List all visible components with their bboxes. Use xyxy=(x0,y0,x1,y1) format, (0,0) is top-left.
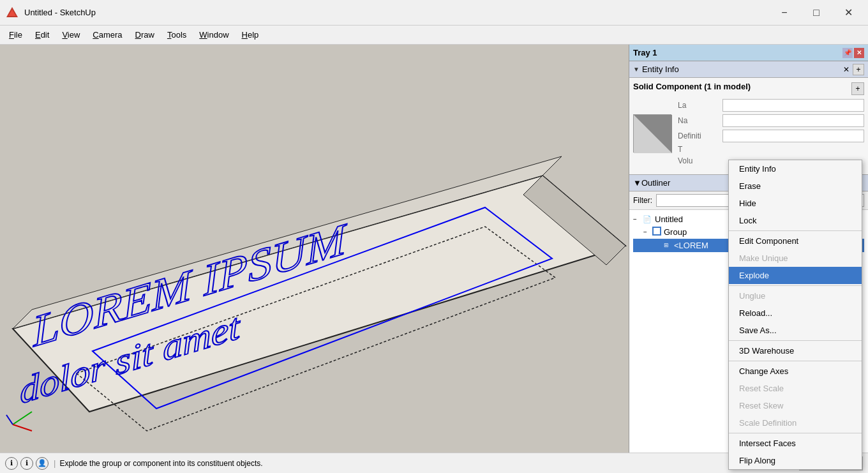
title-bar: Untitled - SketchUp − □ ✕ xyxy=(0,0,868,26)
definition-input[interactable] xyxy=(722,130,864,142)
group-icon xyxy=(652,227,661,237)
ctx-scale-definition[interactable]: Scale Definition xyxy=(729,414,862,432)
tree-root-label: Untitled xyxy=(655,214,683,224)
menu-view[interactable]: View xyxy=(56,27,86,42)
svg-rect-15 xyxy=(653,227,661,235)
ctx-intersect-faces[interactable]: Intersect Faces xyxy=(729,435,862,452)
ctx-separator-4 xyxy=(729,361,862,361)
entity-info-title: Entity Info xyxy=(642,64,841,74)
ctx-save-as[interactable]: Save As... xyxy=(729,322,862,339)
ctx-unglue[interactable]: Unglue xyxy=(729,287,862,304)
main-layout: LOREM IPSUM dolor sit amet Tray 1 📌 ✕ ▼ … xyxy=(0,45,868,453)
minimize-button[interactable]: − xyxy=(770,3,799,23)
ctx-separator-5 xyxy=(729,433,862,433)
root-icon: 📄 xyxy=(642,214,652,224)
tree-group-label: Group xyxy=(664,227,687,237)
app-icon xyxy=(5,6,19,20)
entity-detail-row: La Na Definiti T Volu xyxy=(633,99,864,168)
layer-label: La xyxy=(678,101,722,110)
menu-edit[interactable]: Edit xyxy=(29,27,56,42)
ctx-make-unique[interactable]: Make Unique xyxy=(729,250,862,267)
window-controls: − □ ✕ xyxy=(770,3,863,23)
name-label: Na xyxy=(678,116,722,125)
viewport[interactable]: LOREM IPSUM dolor sit amet xyxy=(0,45,629,453)
volume-label: Volu xyxy=(678,156,722,165)
ctx-explode[interactable]: Explode xyxy=(729,267,862,284)
ctx-flip-along[interactable]: Flip Along xyxy=(729,452,862,469)
status-separator: | xyxy=(54,458,56,468)
type-label: T xyxy=(678,145,722,154)
ctx-reset-skew[interactable]: Reset Skew xyxy=(729,397,862,414)
entity-fields: La Na Definiti T Volu xyxy=(678,99,864,168)
filter-label: Filter: xyxy=(633,196,652,205)
menu-help[interactable]: Help xyxy=(236,27,266,42)
name-input[interactable] xyxy=(722,114,864,127)
ctx-lock[interactable]: Lock xyxy=(729,212,862,229)
tray-controls: 📌 ✕ xyxy=(842,48,864,58)
ctx-reload[interactable]: Reload... xyxy=(729,304,862,322)
ctx-3d-warehouse[interactable]: 3D Warehouse xyxy=(729,342,862,359)
status-icons: ℹ ℹ 👤 xyxy=(5,457,49,470)
entity-info-add-button[interactable]: + xyxy=(851,82,864,95)
ctx-erase[interactable]: Erase xyxy=(729,177,862,195)
outliner-collapse-icon: ▼ xyxy=(633,178,641,188)
ctx-separator-2 xyxy=(729,285,862,286)
definition-field-row: Definiti xyxy=(678,130,864,142)
group-expand-icon[interactable]: − xyxy=(643,229,652,236)
svg-text:⊞: ⊞ xyxy=(664,242,669,248)
menu-file[interactable]: File xyxy=(3,27,29,42)
maximize-button[interactable]: □ xyxy=(802,3,831,23)
menu-window[interactable]: Window xyxy=(193,27,235,42)
app-title: Untitled - SketchUp xyxy=(24,8,770,17)
solid-component-title: Solid Component (1 in model) xyxy=(633,82,751,91)
tray-pin-button[interactable]: 📌 xyxy=(842,48,853,58)
entity-info-panel-header: ▼ Entity Info ✕ + xyxy=(629,61,868,78)
ctx-reset-scale[interactable]: Reset Scale xyxy=(729,380,862,397)
menu-draw[interactable]: Draw xyxy=(129,27,161,42)
close-button[interactable]: ✕ xyxy=(834,3,863,23)
menu-bar: File Edit View Camera Draw Tools Window … xyxy=(0,26,868,45)
tray-title: Tray 1 xyxy=(633,48,842,57)
root-expand-icon[interactable]: − xyxy=(633,216,642,223)
entity-info-expand-button[interactable]: + xyxy=(853,64,864,75)
definition-label: Definiti xyxy=(678,131,722,140)
name-field-row: Na xyxy=(678,114,864,127)
menu-tools[interactable]: Tools xyxy=(161,27,193,42)
component-icon: ⊞ xyxy=(662,240,671,251)
ctx-entity-info[interactable]: Entity Info xyxy=(729,160,862,177)
menu-camera[interactable]: Camera xyxy=(86,27,128,42)
ctx-separator-3 xyxy=(729,340,862,341)
layer-field-row: La xyxy=(678,99,864,112)
type-field-row: T xyxy=(678,145,864,154)
ctx-change-axes[interactable]: Change Axes xyxy=(729,363,862,380)
tray-close-button[interactable]: ✕ xyxy=(854,48,864,58)
ctx-edit-component[interactable]: Edit Component xyxy=(729,232,862,250)
status-icon-geo[interactable]: ℹ xyxy=(20,457,33,470)
ctx-hide[interactable]: Hide xyxy=(729,195,862,212)
tray-header: Tray 1 📌 ✕ xyxy=(629,45,868,61)
status-icon-user[interactable]: 👤 xyxy=(36,457,49,470)
tree-component-label: <LOREM xyxy=(674,241,708,250)
status-text: Explode the group or component into its … xyxy=(59,459,743,468)
entity-info-collapse-icon: ▼ xyxy=(633,66,640,73)
entity-thumbnail xyxy=(633,114,671,153)
status-icon-info[interactable]: ℹ xyxy=(5,457,18,470)
context-menu: Entity Info Erase Hide Lock Edit Compone… xyxy=(728,160,862,470)
layer-input[interactable] xyxy=(722,99,864,112)
entity-info-close-button[interactable]: ✕ xyxy=(841,64,851,75)
right-panel: Tray 1 📌 ✕ ▼ Entity Info ✕ + Solid Compo… xyxy=(629,45,868,453)
ctx-separator-1 xyxy=(729,230,862,231)
